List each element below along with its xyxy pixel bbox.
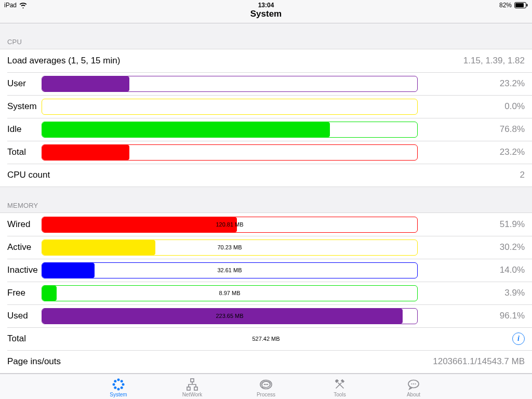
row-mem-used: Used 223.65 MB 96.1% bbox=[0, 304, 532, 327]
section-header-cpu: CPU bbox=[0, 23, 532, 49]
tab-about-label: About bbox=[407, 392, 420, 397]
mem-free-value: 3.9% bbox=[504, 288, 525, 298]
network-icon bbox=[185, 378, 199, 391]
cpu-total-value: 23.2% bbox=[500, 147, 525, 157]
cpu-user-label: User bbox=[7, 78, 42, 89]
mem-wired-label: Wired bbox=[7, 219, 42, 230]
mem-inactive-value: 14.0% bbox=[500, 265, 525, 275]
about-icon bbox=[407, 378, 420, 391]
tab-bar: System NetWork Process Tools About bbox=[0, 374, 532, 399]
cpu-idle-value: 76.8% bbox=[500, 124, 525, 135]
page-title: System bbox=[250, 9, 282, 19]
cpu-count-value: 2 bbox=[520, 170, 525, 180]
system-icon bbox=[112, 378, 125, 391]
svg-point-21 bbox=[415, 383, 416, 384]
row-mem-wired: Wired 120.81 MB 51.9% bbox=[0, 213, 532, 236]
mem-wired-bar: 120.81 MB bbox=[42, 217, 418, 233]
svg-point-19 bbox=[411, 383, 412, 384]
status-time: 13:04 bbox=[258, 2, 274, 9]
row-cpu-system: System 0.0% bbox=[0, 95, 532, 118]
mem-wired-value: 51.9% bbox=[500, 219, 525, 230]
svg-rect-11 bbox=[191, 379, 194, 382]
loadavg-label: Load averages (1, 5, 15 min) bbox=[7, 56, 120, 66]
row-mem-total[interactable]: Total 527.42 MB i bbox=[0, 327, 532, 350]
cpu-user-value: 23.2% bbox=[500, 78, 525, 89]
cpu-system-bar bbox=[42, 99, 418, 115]
row-cpu-user: User 23.2% bbox=[0, 72, 532, 95]
tab-system[interactable]: System bbox=[100, 374, 137, 399]
mem-used-value: 96.1% bbox=[500, 311, 525, 321]
tab-network[interactable]: NetWork bbox=[174, 374, 210, 399]
svg-point-6 bbox=[122, 383, 125, 385]
mem-free-bar: 8.97 MB bbox=[42, 285, 418, 301]
mem-active-value: 30.2% bbox=[500, 242, 525, 252]
mem-total-label: Total bbox=[7, 334, 42, 344]
tab-process[interactable]: Process bbox=[248, 374, 284, 399]
row-loadavg: Load averages (1, 5, 15 min) 1.15, 1.39,… bbox=[0, 49, 532, 72]
process-icon bbox=[259, 378, 273, 391]
cpu-system-value: 0.0% bbox=[504, 101, 525, 112]
mem-used-label: Used bbox=[7, 311, 42, 321]
row-mem-inactive: Inactive 32.61 MB 14.0% bbox=[0, 259, 532, 282]
tab-tools[interactable]: Tools bbox=[322, 374, 358, 399]
svg-point-16 bbox=[267, 383, 269, 385]
mem-free-text: 8.97 MB bbox=[42, 286, 417, 301]
tab-tools-label: Tools bbox=[334, 392, 345, 397]
svg-rect-13 bbox=[194, 387, 197, 390]
battery-percent: 82% bbox=[499, 2, 512, 9]
svg-point-5 bbox=[113, 383, 115, 385]
mem-inactive-bar: 32.61 MB bbox=[42, 262, 418, 278]
row-mem-free: Free 8.97 MB 3.9% bbox=[0, 282, 532, 304]
svg-point-20 bbox=[413, 383, 414, 384]
memory-list: Wired 120.81 MB 51.9% Active 70.23 MB 30… bbox=[0, 212, 532, 374]
svg-point-14 bbox=[264, 383, 265, 385]
svg-point-3 bbox=[117, 378, 120, 381]
svg-point-7 bbox=[114, 380, 116, 382]
wifi-icon bbox=[19, 3, 27, 8]
mem-total-value: 527.42 MB bbox=[252, 336, 280, 342]
tab-process-label: Process bbox=[257, 392, 275, 397]
mem-active-bar: 70.23 MB bbox=[42, 240, 418, 256]
loadavg-value: 1.15, 1.39, 1.82 bbox=[463, 56, 525, 66]
tab-about[interactable]: About bbox=[395, 374, 432, 399]
row-cpu-total: Total 23.2% bbox=[0, 141, 532, 164]
nav-header: System bbox=[0, 10, 532, 23]
cpu-user-bar bbox=[42, 76, 418, 92]
tab-system-label: System bbox=[110, 392, 127, 397]
cpu-idle-bar bbox=[42, 122, 418, 138]
row-mem-pageio: Page ins/outs 1203661.1/14543.7 MB bbox=[0, 350, 532, 373]
cpu-idle-label: Idle bbox=[7, 124, 42, 135]
row-mem-active: Active 70.23 MB 30.2% bbox=[0, 236, 532, 259]
cpu-system-label: System bbox=[7, 101, 42, 112]
svg-point-15 bbox=[265, 383, 267, 385]
tools-icon bbox=[333, 378, 347, 391]
tab-network-label: NetWork bbox=[182, 392, 203, 397]
svg-point-4 bbox=[117, 388, 120, 390]
info-icon[interactable]: i bbox=[512, 332, 525, 345]
svg-rect-2 bbox=[527, 4, 528, 7]
cpu-list: Load averages (1, 5, 15 min) 1.15, 1.39,… bbox=[0, 49, 532, 187]
mem-pageio-label: Page ins/outs bbox=[7, 356, 61, 367]
mem-free-label: Free bbox=[7, 288, 42, 298]
mem-inactive-text: 32.61 MB bbox=[42, 263, 417, 278]
svg-point-8 bbox=[121, 380, 123, 382]
svg-point-9 bbox=[114, 386, 116, 389]
section-header-memory: MEMORY bbox=[0, 187, 532, 212]
device-label: iPad bbox=[4, 2, 17, 9]
row-cpu-count: CPU count 2 bbox=[0, 164, 532, 187]
mem-pageio-value: 1203661.1/14543.7 MB bbox=[433, 356, 525, 367]
mem-inactive-label: Inactive bbox=[7, 265, 42, 275]
mem-used-bar: 223.65 MB bbox=[42, 308, 418, 324]
svg-rect-1 bbox=[515, 3, 524, 7]
svg-rect-12 bbox=[187, 387, 190, 390]
row-cpu-idle: Idle 76.8% bbox=[0, 118, 532, 141]
cpu-total-bar bbox=[42, 144, 418, 161]
cpu-total-label: Total bbox=[7, 147, 42, 157]
cpu-count-label: CPU count bbox=[7, 170, 50, 180]
content-scroll[interactable]: CPU Load averages (1, 5, 15 min) 1.15, 1… bbox=[0, 23, 532, 374]
mem-active-label: Active bbox=[7, 242, 42, 252]
battery-icon bbox=[514, 2, 528, 8]
svg-point-10 bbox=[121, 386, 123, 389]
